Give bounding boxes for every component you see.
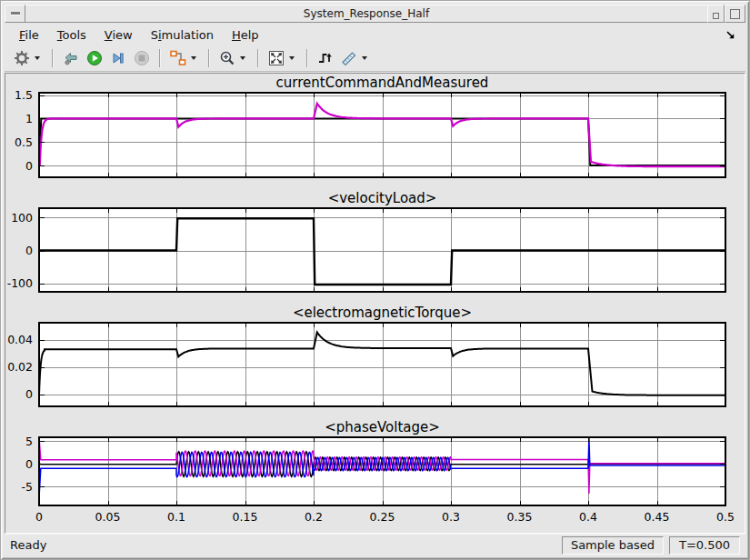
window-menu-icon — [11, 12, 20, 15]
zoom-button[interactable] — [215, 47, 239, 69]
scope-parameters-dropdown-caret[interactable] — [35, 56, 40, 60]
figure-area — [5, 73, 745, 534]
step-forward-icon — [110, 50, 126, 66]
settings-gear-icon — [14, 50, 30, 66]
trigger-icon — [317, 50, 334, 66]
signal-selector-icon — [170, 50, 186, 66]
toolbar-separator — [257, 49, 259, 67]
signal-selector-dropdown-caret[interactable] — [191, 56, 196, 60]
measurements-ruler-icon — [341, 50, 357, 66]
toolbar-separator — [208, 49, 210, 67]
status-text: Ready — [10, 538, 562, 552]
menu-tools[interactable]: Tools — [48, 26, 95, 44]
zoom-in-icon — [219, 50, 235, 66]
window-title: System_Response_Half — [25, 5, 707, 23]
statusbar: Ready Sample based T=0.500 — [5, 534, 745, 555]
stop-icon — [134, 50, 150, 66]
toolbar — [5, 45, 745, 72]
menu-items: FileToolsViewSimulationHelp — [10, 26, 268, 44]
toolbar-separator — [306, 49, 308, 67]
fit-to-view-button[interactable] — [265, 47, 288, 69]
menu-file[interactable]: File — [10, 26, 48, 44]
minimize-icon — [713, 13, 719, 19]
go-back-icon — [63, 50, 79, 66]
scope-parameters-button[interactable] — [10, 47, 34, 69]
menu-help[interactable]: Help — [223, 26, 268, 44]
dock-button[interactable] — [725, 29, 736, 41]
step-forward-button[interactable] — [106, 47, 130, 69]
fit-to-view-icon — [268, 50, 285, 66]
arrow-down-right-icon — [725, 29, 736, 41]
titlebar[interactable]: System_Response_Half — [5, 5, 745, 23]
toolbar-separator — [159, 49, 161, 67]
maximize-icon — [730, 9, 740, 19]
signal-selector-button[interactable] — [166, 47, 190, 69]
measurements-dropdown-caret[interactable] — [362, 56, 367, 60]
fit-to-view-dropdown-caret[interactable] — [289, 56, 295, 60]
scope-window: System_Response_Half FileToolsViewSimula… — [0, 0, 750, 560]
sim-time-panel: T=0.500 — [669, 536, 740, 555]
stop-button[interactable] — [130, 47, 154, 69]
toolbar-separator — [52, 49, 54, 67]
run-button[interactable] — [83, 47, 106, 69]
window-menu-button[interactable] — [5, 5, 25, 23]
menu-simulation[interactable]: Simulation — [142, 26, 223, 44]
run-icon — [86, 50, 103, 66]
trigger-button[interactable] — [314, 47, 337, 69]
maximize-button[interactable] — [725, 5, 745, 23]
zoom-dropdown-caret[interactable] — [240, 56, 245, 60]
measurements-button[interactable] — [337, 47, 361, 69]
sample-mode-panel: Sample based — [562, 536, 664, 555]
menu-view[interactable]: View — [95, 26, 142, 44]
menubar: FileToolsViewSimulationHelp — [5, 25, 745, 45]
go-back-button[interactable] — [59, 47, 83, 69]
minimize-button[interactable] — [707, 5, 725, 23]
